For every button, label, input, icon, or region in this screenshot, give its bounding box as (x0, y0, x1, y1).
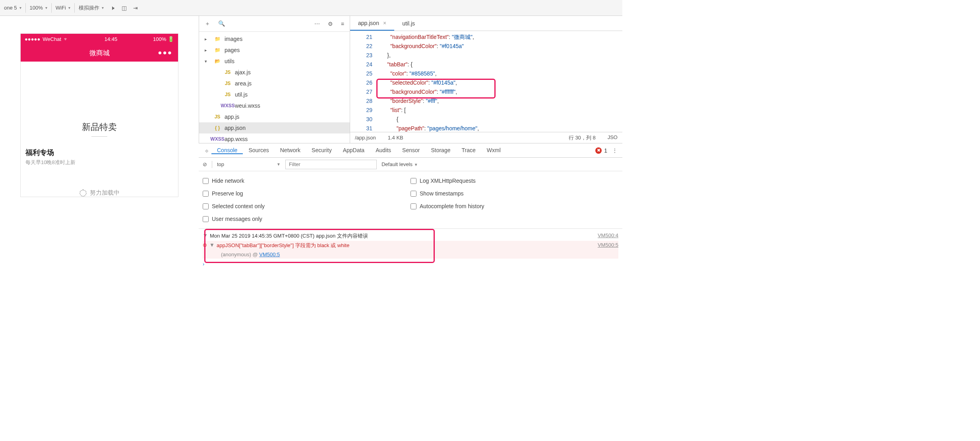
log-error-message: appJSON["tabBar"]["borderStyle"] 字段需为 bl… (217, 242, 349, 249)
file-weui-wxss[interactable]: WXSSweui.wxss (199, 100, 350, 111)
chevron-down-icon: ▾ (45, 6, 47, 10)
exit-icon[interactable]: ⇥ (130, 5, 141, 11)
opt-hide-network[interactable]: Hide network (203, 174, 411, 187)
inspect-icon[interactable]: ⟐ (202, 147, 211, 154)
clear-console-icon[interactable]: ⊘ (203, 161, 207, 167)
more-icon[interactable]: ⋯ (314, 21, 320, 27)
chevron-down-icon: ▾ (102, 6, 104, 10)
collapse-icon[interactable]: ≡ (341, 21, 344, 27)
stack-link[interactable]: VM500:5 (259, 251, 280, 257)
devtools-tab-console[interactable]: Console (211, 147, 243, 154)
phone-navbar: 微商城 ●●● (21, 44, 178, 62)
folder-pages[interactable]: ▸📁pages (199, 44, 350, 56)
phone-frame: ●●●●● WeChatᯤ 14:45 100% 🔋 微商城 ●●● 新品特卖 … (20, 33, 178, 197)
zoom-selector[interactable]: 100%▾ (26, 0, 51, 15)
error-icon: ⊗ (203, 242, 207, 249)
chevron-down-icon: ▾ (68, 6, 70, 10)
phone-statusbar: ●●●●● WeChatᯤ 14:45 100% 🔋 (21, 34, 178, 44)
devtools-tab-network[interactable]: Network (275, 147, 306, 153)
sim-action-selector[interactable]: 模拟操作▾ (75, 0, 108, 15)
opt-preserve-log[interactable]: Preserve log (203, 187, 411, 200)
network-selector[interactable]: WiFi▾ (52, 0, 74, 15)
more-icon[interactable]: ●●● (158, 49, 172, 57)
devtools-tab-appdata[interactable]: AppData (337, 147, 370, 153)
search-icon[interactable]: 🔍 (218, 20, 225, 27)
file-ajax-js[interactable]: JSajax.js (199, 67, 350, 78)
folder-utils[interactable]: ▾📂utils (199, 56, 350, 67)
simulator-panel: ●●●●● WeChatᯤ 14:45 100% 🔋 微商城 ●●● 新品特卖 … (0, 16, 199, 143)
opt-selected-context[interactable]: Selected context only (203, 200, 411, 213)
opt-log-xhr[interactable]: Log XMLHttpRequests (411, 174, 618, 187)
chevron-down-icon: ▼ (277, 162, 281, 166)
opt-user-messages[interactable]: User messages only (203, 213, 411, 225)
log-timestamp: Mon Mar 25 2019 14:45:35 GMT+0800 (CST) … (210, 232, 368, 240)
file-explorer: ＋ 🔍 ⋯ ⚙ ≡ ▸📁images ▸📁pages ▾📂utils JSaja… (199, 16, 350, 143)
promo-subtitle: 每天早10晚8准时上新 (25, 159, 173, 166)
section-title: 新品特卖 (21, 121, 178, 133)
editor-statusbar: /app.json 1.4 KB 行 30，列 8JSO (350, 132, 622, 143)
log-source-link[interactable]: VM500:5 (598, 242, 618, 249)
tab-util-js[interactable]: util.js (394, 16, 423, 31)
spinner-icon (79, 190, 87, 197)
add-icon[interactable]: ＋ (205, 20, 210, 27)
levels-selector[interactable]: Default levels ▼ (382, 161, 418, 167)
top-toolbar: one 5▾ 100%▾ WiFi▾ 模拟操作▾ 🕨 ◫ ⇥ (0, 0, 622, 16)
devtools-tab-trace[interactable]: Trace (456, 147, 481, 153)
file-app-wxss[interactable]: WXSSapp.wxss (199, 133, 350, 143)
file-area-js[interactable]: JSarea.js (199, 78, 350, 89)
chevron-down-icon: ▾ (19, 6, 21, 10)
promo-title: 福利专场 (25, 148, 173, 157)
devtools-tab-storage[interactable]: Storage (425, 147, 456, 153)
battery-icon: 🔋 (168, 36, 174, 42)
code-editor: app.json× util.js 2122232425262728293031… (350, 16, 622, 143)
device-selector[interactable]: one 5▾ (0, 0, 25, 15)
nav-title: 微商城 (89, 48, 110, 58)
disclosure-triangle-icon[interactable]: ▼ (203, 232, 210, 240)
file-util-js[interactable]: JSutil.js (199, 89, 350, 100)
devtools-panel: ⟐ ConsoleSourcesNetworkSecurityAppDataAu… (199, 143, 622, 282)
split-icon[interactable]: ◫ (119, 5, 130, 11)
code-area[interactable]: 212223242526272829303132 "navigationBarT… (350, 31, 622, 132)
kebab-icon[interactable]: ⋮ (607, 147, 622, 154)
context-selector[interactable]: top (217, 161, 224, 167)
close-icon[interactable]: × (383, 20, 386, 26)
filter-input[interactable] (285, 160, 377, 169)
error-count-badge[interactable]: ✖ (595, 147, 602, 154)
console-prompt[interactable]: › (203, 259, 618, 267)
clock: 14:45 (105, 36, 118, 42)
devtools-tab-audits[interactable]: Audits (370, 147, 397, 153)
file-app-js[interactable]: JSapp.js (199, 111, 350, 122)
devtools-tab-security[interactable]: Security (306, 147, 337, 153)
opt-autocomplete[interactable]: Autocomplete from history (411, 200, 618, 213)
mute-icon[interactable]: 🕨 (108, 5, 119, 11)
loading-indicator: 努力加载中 (21, 189, 178, 197)
devtools-tab-sources[interactable]: Sources (243, 147, 274, 153)
settings-icon[interactable]: ⚙ (328, 21, 333, 27)
opt-show-timestamps[interactable]: Show timestamps (411, 187, 618, 200)
devtools-tab-sensor[interactable]: Sensor (397, 147, 425, 153)
file-app-json[interactable]: { }app.json (199, 122, 350, 133)
folder-images[interactable]: ▸📁images (199, 33, 350, 44)
signal-dots-icon: ●●●●● (25, 36, 40, 42)
log-source-link[interactable]: VM500:4 (598, 232, 618, 240)
disclosure-triangle-icon[interactable]: ▼ (209, 242, 217, 249)
tab-app-json[interactable]: app.json× (350, 16, 394, 31)
console-log: ▼ Mon Mar 25 2019 14:45:35 GMT+0800 (CST… (199, 229, 622, 271)
devtools-tab-wxml[interactable]: Wxml (481, 147, 506, 153)
wifi-icon: ᯤ (64, 36, 69, 42)
